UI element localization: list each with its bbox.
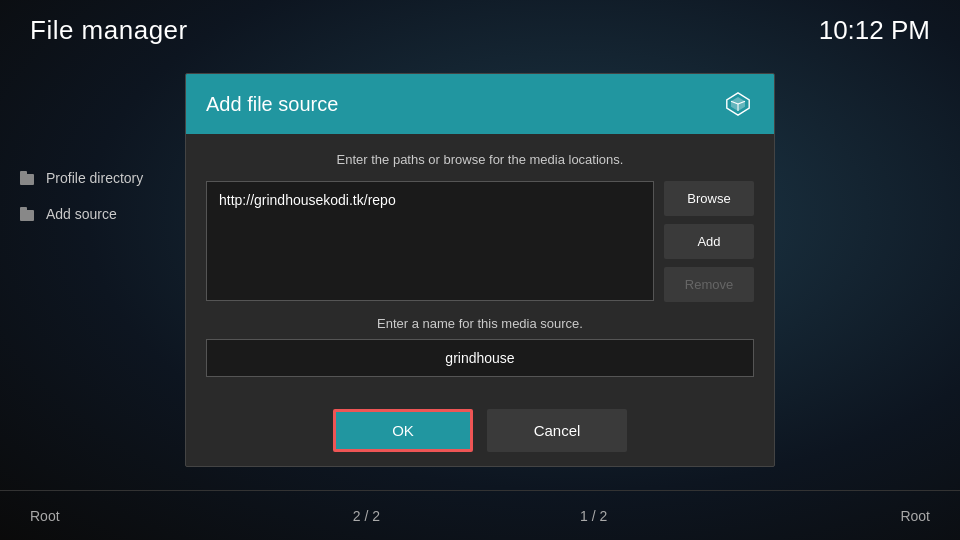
- media-source-name-input[interactable]: [206, 339, 754, 377]
- add-button[interactable]: Add: [664, 224, 754, 259]
- remove-button[interactable]: Remove: [664, 267, 754, 302]
- dialog-header: Add file source: [186, 74, 774, 134]
- name-label: Enter a name for this media source.: [206, 316, 754, 331]
- source-row: http://grindhousekodi.tk/repo Browse Add…: [206, 181, 754, 302]
- dialog-subtitle: Enter the paths or browse for the media …: [206, 152, 754, 167]
- source-action-buttons: Browse Add Remove: [664, 181, 754, 302]
- cancel-button[interactable]: Cancel: [487, 409, 627, 452]
- ok-button[interactable]: OK: [333, 409, 473, 452]
- dialog-overlay: Add file source Enter the paths or brows…: [0, 0, 960, 540]
- dialog-title: Add file source: [206, 93, 338, 116]
- source-url-text: http://grindhousekodi.tk/repo: [219, 192, 396, 208]
- dialog-body: Enter the paths or browse for the media …: [186, 134, 774, 395]
- kodi-logo-icon: [722, 88, 754, 120]
- add-file-source-dialog: Add file source Enter the paths or brows…: [185, 73, 775, 467]
- dialog-footer: OK Cancel: [186, 395, 774, 466]
- source-url-display[interactable]: http://grindhousekodi.tk/repo: [206, 181, 654, 301]
- browse-button[interactable]: Browse: [664, 181, 754, 216]
